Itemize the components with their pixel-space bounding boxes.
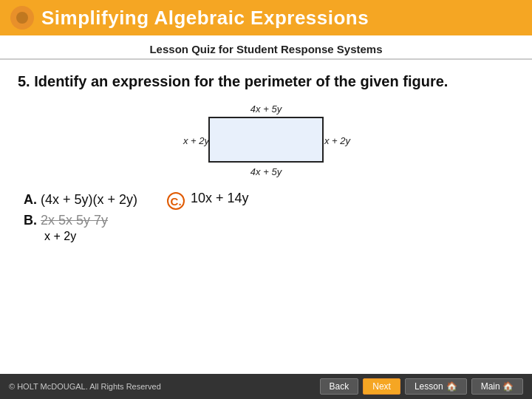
copyright-text: © HOLT McDOUGAL. All Rights Reserved: [9, 382, 161, 391]
answer-b: B. 2x 5x 5y 7y: [24, 211, 508, 230]
answer-a-text: (4x + 5y)(x + 2y): [41, 192, 137, 207]
figure-right-label: x + 2y: [324, 135, 350, 146]
subtitle-bar: Lesson Quiz for Student Response Systems: [0, 35, 532, 60]
next-button[interactable]: Next: [363, 378, 400, 395]
figure-rectangle: [208, 117, 324, 163]
home-icon: 🏠: [446, 381, 457, 392]
answer-a-label: A.: [24, 192, 37, 207]
question-text: 5. Identify an expression for the perime…: [18, 72, 514, 92]
answer-c-text: 10x + 14y: [191, 191, 249, 206]
question-body: Identify an expression for the perimeter…: [34, 73, 448, 89]
subtitle-text: Lesson Quiz for Student Response Systems: [15, 43, 517, 55]
answer-c: C. 10x + 14y: [167, 191, 249, 210]
lesson-button-label: Lesson: [415, 381, 443, 392]
main-content: 5. Identify an expression for the perime…: [0, 60, 532, 250]
back-button[interactable]: Back: [320, 378, 359, 395]
answer-a: A. (4x + 5y)(x + 2y): [24, 191, 137, 209]
footer: © HOLT McDOUGAL. All Rights Reserved Bac…: [0, 374, 532, 399]
header-bar: Simplifying Algebraic Expressions: [0, 0, 532, 35]
main-button[interactable]: Main 🏠: [471, 378, 523, 395]
svg-point-0: [16, 12, 28, 24]
lesson-button[interactable]: Lesson 🏠: [405, 378, 467, 395]
header-icon: [10, 6, 34, 30]
figure-container: 4x + 5y x + 2y x + 2y 4x + 5y: [18, 103, 514, 177]
answer-c-circle: C.: [167, 192, 185, 210]
nav-buttons: Back Next Lesson 🏠 Main 🏠: [320, 378, 523, 395]
figure-left-label: x + 2y: [183, 135, 209, 146]
answer-b-line2: x + 2y: [24, 230, 508, 243]
answers-row-ac: A. (4x + 5y)(x + 2y) C. 10x + 14y: [24, 191, 508, 210]
figure-wrapper: 4x + 5y x + 2y x + 2y 4x + 5y: [185, 103, 347, 177]
figure-top-label: 4x + 5y: [250, 103, 282, 115]
question-number: 5.: [18, 73, 30, 89]
page-title: Simplifying Algebraic Expressions: [41, 7, 369, 30]
answer-b-text2: x + 2y: [44, 230, 76, 242]
answers-section: A. (4x + 5y)(x + 2y) C. 10x + 14y B. 2x …: [18, 191, 514, 243]
answer-b-label: B.: [24, 213, 37, 228]
figure-bottom-label: 4x + 5y: [250, 166, 282, 177]
answer-b-strikethrough: 2x 5x 5y 7y: [41, 213, 108, 228]
main-home-icon: 🏠: [502, 381, 514, 392]
main-button-label: Main: [481, 381, 500, 392]
